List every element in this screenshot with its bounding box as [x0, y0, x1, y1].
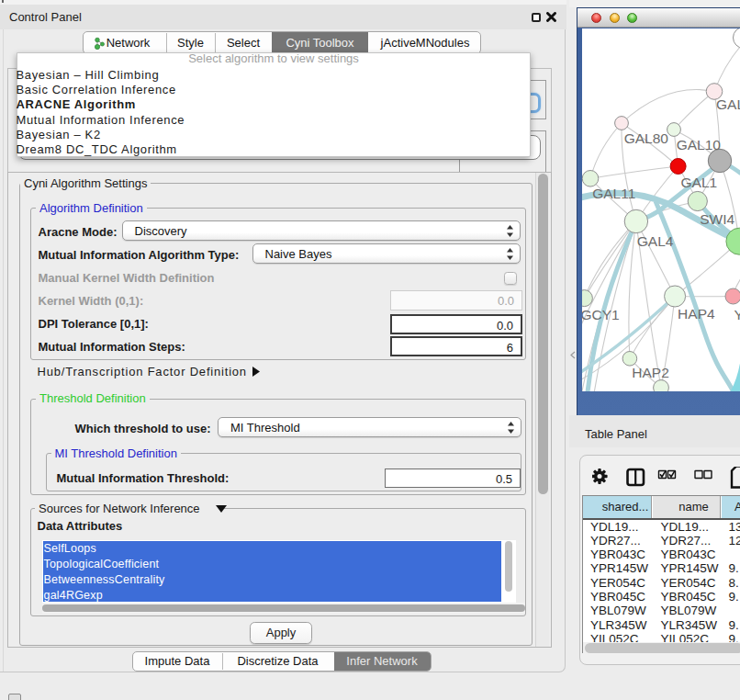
svg-text:Y: Y	[734, 306, 740, 322]
svg-text:GAL11: GAL11	[592, 185, 635, 200]
svg-text:HAP2: HAP2	[632, 364, 669, 379]
svg-text:GAL10: GAL10	[677, 136, 722, 152]
svg-text:GCY1: GCY1	[582, 306, 620, 322]
svg-text:GAL1: GAL1	[681, 175, 718, 190]
svg-text:GAL4: GAL4	[637, 232, 674, 248]
svg-text:GAL80: GAL80	[624, 130, 669, 145]
svg-text:GAL: GAL	[716, 96, 740, 111]
svg-text:SWI4: SWI4	[700, 211, 734, 227]
svg-text:HAP4: HAP4	[678, 305, 715, 321]
